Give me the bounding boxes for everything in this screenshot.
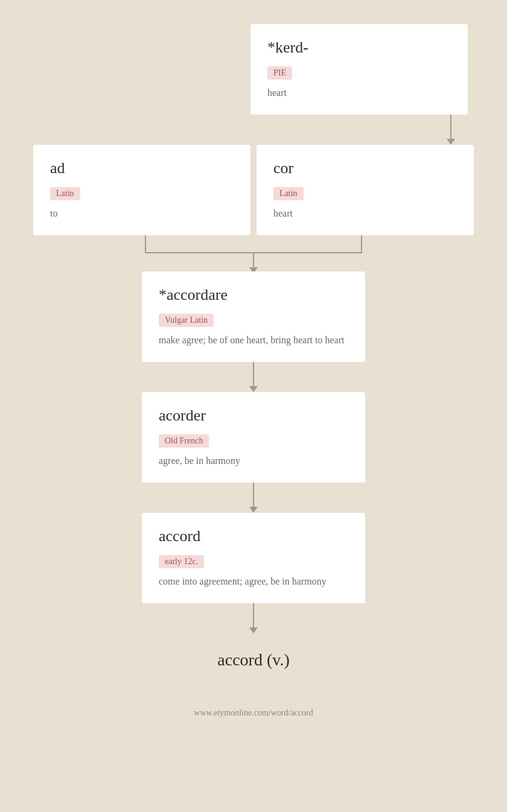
acorder-description: agree, be in harmony: [159, 454, 348, 468]
acorder-card: acorder Old French agree, be in harmony: [142, 392, 365, 483]
arrow-kerd-to-cor: [447, 115, 455, 145]
arrow-1: [249, 362, 258, 392]
kerd-description: heart: [267, 86, 451, 100]
kerd-card: *kerd- PIE heart: [250, 24, 468, 115]
accordare-title: *accordare: [159, 286, 348, 304]
merge-connector: [24, 235, 483, 271]
etymology-tree: *kerd- PIE heart ad Latin to cor Latin h…: [18, 24, 489, 718]
ad-title: ad: [50, 159, 234, 177]
accord-v-card: accord (v.): [142, 633, 365, 696]
cor-badge: Latin: [273, 187, 304, 200]
accord-badge: early 12c.: [159, 555, 204, 568]
accordare-description: make agree; be of one heart, bring heart…: [159, 333, 348, 347]
ad-badge: Latin: [50, 187, 80, 200]
kerd-badge: PIE: [267, 66, 292, 80]
accord-description: come into agreement; agree, be in harmon…: [159, 574, 348, 589]
accord-v-title: accord (v.): [159, 650, 348, 670]
acorder-badge: Old French: [159, 434, 209, 448]
ad-card: ad Latin to: [33, 145, 250, 235]
cor-title: cor: [273, 159, 457, 177]
acorder-title: acorder: [159, 407, 348, 425]
accord-title: accord: [159, 527, 348, 545]
arrow-2: [249, 483, 258, 513]
cor-card: cor Latin heart: [257, 145, 474, 235]
two-col-section: ad Latin to cor Latin heart: [18, 145, 489, 235]
accordare-badge: Vulgar Latin: [159, 314, 214, 327]
accord-card: accord early 12c. come into agreement; a…: [142, 513, 365, 603]
accordare-card: *accordare Vulgar Latin make agree; be o…: [142, 271, 365, 362]
cor-description: heart: [273, 206, 457, 221]
ad-description: to: [50, 206, 234, 221]
source-url[interactable]: www.etymonline.com/word/accord: [194, 708, 313, 718]
kerd-title: *kerd-: [267, 39, 451, 57]
arrow-3: [249, 603, 258, 633]
